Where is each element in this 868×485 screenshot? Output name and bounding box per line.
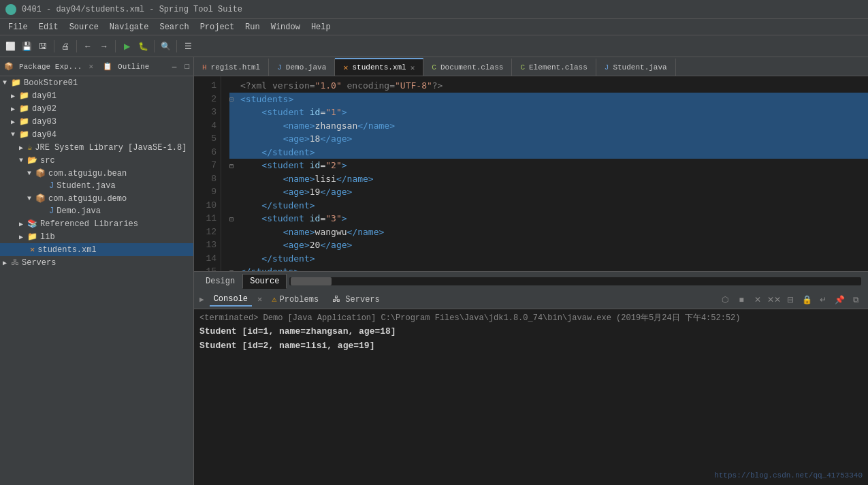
menu-file[interactable]: File	[3, 21, 33, 33]
ln-10: 10	[194, 199, 216, 213]
sidebar-tree: ▼ 📁 BookStore01 ▶ 📁 day01 ▶ 📁 day02	[0, 76, 193, 485]
jre-icon: ☕	[27, 142, 32, 153]
tree-reflib[interactable]: ▶ 📚 Referenced Libraries	[0, 217, 193, 230]
console-tab-console[interactable]: Console	[210, 293, 252, 307]
tab-students-xml[interactable]: ✕ students.xml ✕	[335, 58, 423, 76]
h-scrollbar[interactable]	[289, 277, 861, 285]
menu-run[interactable]: Run	[240, 21, 266, 33]
toolbar-print[interactable]: 🖨	[58, 39, 73, 54]
tree-src[interactable]: ▼ 📂 src	[0, 154, 193, 167]
toolbar-sep-5	[176, 40, 177, 52]
ln-14: 14	[194, 252, 216, 266]
console-tab-servers[interactable]: 🖧 Servers	[328, 293, 384, 306]
tab-student-java[interactable]: J Student.java	[596, 58, 676, 76]
menu-edit[interactable]: Edit	[33, 21, 64, 33]
tab-icon-class-el: C	[520, 63, 525, 72]
ln-4: 4	[194, 119, 216, 133]
console-terminate[interactable]: ■	[735, 293, 748, 307]
fold-11[interactable]: ⊟	[229, 215, 238, 223]
empty-fold-student	[38, 182, 46, 190]
toolbar-new[interactable]: ⬜	[3, 39, 18, 54]
console-scroll-lock[interactable]: 🔒	[800, 293, 814, 307]
arrow-src: ▼	[19, 157, 27, 164]
menu-search[interactable]: Search	[154, 21, 194, 33]
menu-project[interactable]: Project	[195, 21, 240, 33]
label-jre: JRE System Library [JavaSE-1.8]	[35, 143, 187, 153]
tree-servers[interactable]: ▶ 🖧 Servers	[0, 256, 193, 269]
tree-bean-pkg[interactable]: ▼ 📦 com.atguigu.bean	[0, 167, 193, 180]
tree-lib[interactable]: ▶ 📁 lib	[0, 230, 193, 243]
toolbar-save-all[interactable]: 🖫	[35, 39, 50, 54]
tree-day03[interactable]: ▶ 📁 day03	[0, 115, 193, 128]
tree-demo-java[interactable]: J Demo.java	[0, 205, 193, 217]
tree-day01[interactable]: ▶ 📁 day01	[0, 89, 193, 102]
code-area[interactable]: <?xml version="1.0" encoding="UTF-8"?> ⊟…	[221, 76, 868, 271]
editor-area: H regist.html J Demo.java ✕ students.xml…	[194, 57, 868, 485]
arrow-day04: ▼	[11, 131, 19, 138]
ln-3: 3	[194, 106, 216, 119]
console-word-wrap[interactable]: ↵	[816, 293, 830, 307]
tree-day04[interactable]: ▼ 📁 day04	[0, 128, 193, 141]
fold-2[interactable]: ⊟	[229, 95, 238, 103]
arrow-day01: ▶	[11, 92, 19, 100]
toolbar-save[interactable]: 💾	[19, 39, 34, 54]
toolbar-back[interactable]: ←	[80, 39, 95, 54]
ln-13: 13	[194, 238, 216, 252]
console-remove[interactable]: ✕✕	[767, 293, 781, 307]
fold-7[interactable]: ⊟	[229, 161, 238, 170]
tab-demo-java[interactable]: J Demo.java	[269, 58, 335, 76]
sidebar-min[interactable]: —	[172, 63, 177, 71]
ln-7: 7	[194, 159, 216, 172]
label-reflib: Referenced Libraries	[40, 219, 138, 229]
tab-close-students[interactable]: ✕	[411, 63, 415, 72]
console-clear[interactable]: ⊟	[784, 293, 797, 307]
arrow-day03: ▶	[11, 118, 19, 126]
fold-1	[229, 82, 238, 90]
menu-navigate[interactable]: Navigate	[104, 21, 155, 33]
fold-13	[229, 241, 238, 249]
tab-icon-xml: ✕	[343, 63, 348, 73]
toolbar-forward[interactable]: →	[97, 39, 112, 54]
sidebar-max[interactable]: □	[184, 63, 189, 71]
tab-source[interactable]: Source	[242, 274, 287, 289]
outline-icon: 📋	[103, 62, 112, 71]
tree-bookstore01[interactable]: ▼ 📁 BookStore01	[0, 76, 193, 89]
toolbar-perspective[interactable]: ☰	[180, 39, 195, 54]
menu-bar: File Edit Source Navigate Search Project…	[0, 19, 868, 35]
console-open-in-editor[interactable]: ⬡	[718, 293, 732, 307]
menu-window[interactable]: Window	[266, 21, 306, 33]
arrow-day02: ▶	[11, 105, 19, 113]
console-new-view[interactable]: ⧉	[849, 293, 863, 307]
tab-element-class[interactable]: C Element.class	[512, 58, 596, 76]
tree-jre[interactable]: ▶ ☕ JRE System Library [JavaSE-1.8]	[0, 141, 193, 154]
console-tab-problems[interactable]: ⚠ Problems	[268, 293, 323, 306]
code-text-7: <student id="2">	[240, 159, 347, 172]
toolbar-debug[interactable]: 🐛	[135, 39, 150, 54]
tree-student-java[interactable]: J Student.java	[0, 180, 193, 192]
package-explorer-close[interactable]: ✕	[89, 62, 93, 71]
package-explorer-icon: 📦	[4, 62, 14, 71]
h-scrollbar-thumb[interactable]	[291, 277, 332, 285]
console-pin[interactable]: 📌	[833, 293, 846, 307]
tree-demo-pkg[interactable]: ▼ 📦 com.atguigu.demo	[0, 192, 193, 205]
toolbar-search[interactable]: 🔍	[158, 39, 173, 54]
console-output-1: Student [id=1, name=zhangsan, age=18]	[199, 325, 863, 339]
app-icon	[5, 4, 16, 15]
tree-day02[interactable]: ▶ 📁 day02	[0, 102, 193, 115]
menu-source[interactable]: Source	[64, 21, 104, 33]
console-icon: ▶	[199, 295, 204, 304]
code-line-15: ⊞ </students>	[229, 265, 868, 271]
tab-design[interactable]: Design	[198, 274, 242, 289]
tab-document-class[interactable]: C Document.class	[423, 58, 512, 76]
empty-fold-xml	[19, 246, 27, 254]
code-line-14: </student>	[229, 252, 868, 266]
console-disconnect[interactable]: ✕	[751, 293, 765, 307]
console-header: ▶ Console ✕ ⚠ Problems 🖧 Servers ⬡ ■ ✕	[194, 290, 868, 309]
tab-regist-html[interactable]: H regist.html	[194, 58, 269, 76]
tree-students-xml[interactable]: ✕ students.xml	[0, 243, 193, 256]
ln-1: 1	[194, 79, 216, 93]
toolbar-sep-3	[115, 40, 116, 52]
toolbar-run[interactable]: ▶	[119, 39, 134, 54]
menu-help[interactable]: Help	[306, 21, 336, 33]
fold-15[interactable]: ⊞	[229, 268, 238, 271]
